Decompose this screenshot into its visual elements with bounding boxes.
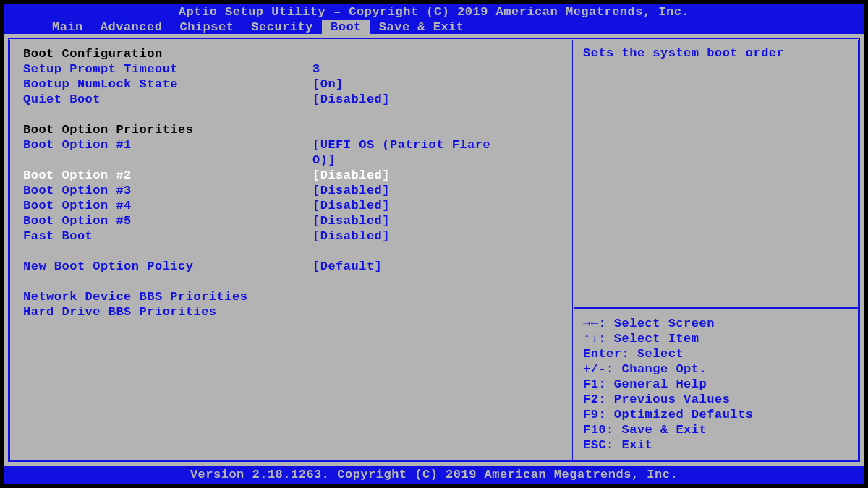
fast-boot-label: Fast Boot bbox=[23, 228, 312, 244]
bootup-numlock-state[interactable]: Bootup NumLock State [On] bbox=[23, 77, 559, 92]
tab-security[interactable]: Security bbox=[242, 20, 322, 34]
main-panel: Boot Configuration Setup Prompt Timeout … bbox=[10, 40, 574, 460]
boot-option-2[interactable]: Boot Option #2 [Disabled] bbox=[23, 168, 559, 183]
tab-advanced[interactable]: Advanced bbox=[92, 20, 171, 34]
hint-previous-values: F2: Previous Values bbox=[583, 392, 849, 407]
network-bbs-label: Network Device BBS Priorities bbox=[23, 289, 312, 304]
fast-boot-value: [Disabled] bbox=[312, 228, 390, 244]
boot-option-4-value: [Disabled] bbox=[312, 198, 390, 213]
boot-option-4-label: Boot Option #4 bbox=[23, 198, 312, 213]
boot-option-2-value: [Disabled] bbox=[312, 168, 390, 183]
boot-option-2-label: Boot Option #2 bbox=[23, 168, 312, 183]
boot-option-1-value-cont: O)] bbox=[312, 153, 336, 168]
hint-select-item: ↑↓: Select Item bbox=[583, 331, 849, 346]
hint-esc-exit: ESC: Exit bbox=[583, 437, 849, 453]
bootup-numlock-label: Bootup NumLock State bbox=[23, 77, 312, 92]
hint-general-help: F1: General Help bbox=[583, 377, 849, 392]
hint-change-opt: +/-: Change Opt. bbox=[583, 361, 849, 377]
new-boot-policy-value: [Default] bbox=[312, 259, 382, 274]
hdd-bbs-label: Hard Drive BBS Priorities bbox=[23, 304, 312, 320]
hint-enter-select: Enter: Select bbox=[583, 346, 849, 361]
boot-option-3[interactable]: Boot Option #3 [Disabled] bbox=[23, 183, 559, 198]
keyboard-hints: →←: Select Screen ↑↓: Select Item Enter:… bbox=[574, 309, 858, 460]
tab-boot[interactable]: Boot bbox=[322, 20, 370, 34]
boot-option-4[interactable]: Boot Option #4 [Disabled] bbox=[23, 198, 559, 213]
setup-prompt-timeout[interactable]: Setup Prompt Timeout 3 bbox=[23, 61, 559, 77]
new-boot-option-policy[interactable]: New Boot Option Policy [Default] bbox=[23, 259, 559, 274]
setup-prompt-timeout-value: 3 bbox=[312, 61, 320, 77]
quiet-boot-value: [Disabled] bbox=[312, 92, 390, 107]
hint-save-exit: F10: Save & Exit bbox=[583, 422, 849, 437]
hint-select-screen: →←: Select Screen bbox=[583, 316, 849, 331]
boot-option-5[interactable]: Boot Option #5 [Disabled] bbox=[23, 213, 559, 228]
boot-option-1-value: [UEFI OS (Patriot Flare bbox=[312, 137, 490, 153]
boot-option-3-value: [Disabled] bbox=[312, 183, 390, 198]
help-text: Sets the system boot order bbox=[583, 46, 849, 60]
boot-option-5-label: Boot Option #5 bbox=[23, 213, 312, 228]
boot-option-3-label: Boot Option #3 bbox=[23, 183, 312, 198]
section-boot-config: Boot Configuration bbox=[23, 46, 559, 61]
network-device-bbs-priorities[interactable]: Network Device BBS Priorities bbox=[23, 289, 559, 304]
section-boot-priorities: Boot Option Priorities bbox=[23, 122, 559, 137]
boot-option-1[interactable]: Boot Option #1 [UEFI OS (Patriot Flare bbox=[23, 137, 559, 153]
fast-boot[interactable]: Fast Boot [Disabled] bbox=[23, 228, 559, 244]
quiet-boot[interactable]: Quiet Boot [Disabled] bbox=[23, 92, 559, 107]
quiet-boot-label: Quiet Boot bbox=[23, 92, 312, 107]
setup-prompt-timeout-label: Setup Prompt Timeout bbox=[23, 61, 312, 77]
hard-drive-bbs-priorities[interactable]: Hard Drive BBS Priorities bbox=[23, 304, 559, 320]
boot-option-1-cont: O)] bbox=[23, 153, 559, 168]
hint-optimized-defaults: F9: Optimized Defaults bbox=[583, 407, 849, 422]
tab-bar: Main Advanced Chipset Security Boot Save… bbox=[4, 20, 864, 34]
footer-version: Version 2.18.1263. Copyright (C) 2019 Am… bbox=[4, 466, 864, 484]
side-panel: Sets the system boot order →←: Select Sc… bbox=[574, 40, 858, 460]
tab-main[interactable]: Main bbox=[43, 20, 92, 34]
header-title: Aptio Setup Utility – Copyright (C) 2019… bbox=[4, 4, 864, 20]
tab-chipset[interactable]: Chipset bbox=[171, 20, 242, 34]
tab-save-exit[interactable]: Save & Exit bbox=[370, 20, 473, 34]
boot-option-1-label: Boot Option #1 bbox=[23, 137, 312, 153]
boot-option-5-value: [Disabled] bbox=[312, 213, 390, 228]
new-boot-policy-label: New Boot Option Policy bbox=[23, 259, 312, 274]
bootup-numlock-value: [On] bbox=[312, 77, 344, 92]
